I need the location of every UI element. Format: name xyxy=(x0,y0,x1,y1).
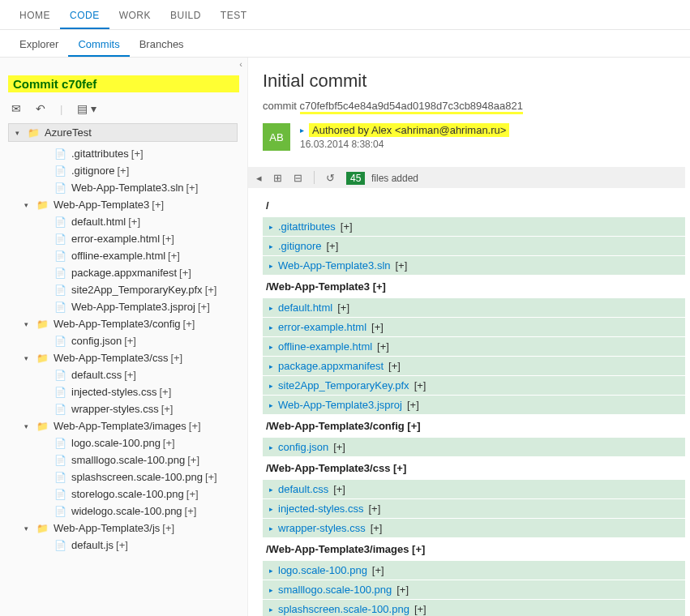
diff-file-row[interactable]: ▸Web-App-Template3.sln [+] xyxy=(263,256,685,275)
file-icon: 📄 xyxy=(54,404,66,415)
diff-file-row[interactable]: ▸injected-styles.css [+] xyxy=(263,499,685,518)
left-toolbar: ✉ ↶ | ▤ ▾ xyxy=(0,99,247,123)
commit-date: 16.03.2014 8:38:04 xyxy=(300,139,509,150)
tree-file[interactable]: ▾📄smalllogo.scale-100.png[+] xyxy=(3,451,242,468)
tree-file[interactable]: ▾📄injected-styles.css[+] xyxy=(3,383,242,400)
refresh-icon[interactable]: ↺ xyxy=(326,172,335,184)
tree-file[interactable]: ▾📄splashscreen.scale-100.png[+] xyxy=(3,468,242,486)
expand-author-icon[interactable]: ▸ xyxy=(300,126,304,135)
folder-icon: 📁 xyxy=(36,421,49,432)
commit-id: commit c70fefbf5c4e84a9d54ad0198d7c3cb89… xyxy=(263,100,685,112)
file-icon: 📄 xyxy=(54,540,66,551)
expand-file-icon[interactable]: ▸ xyxy=(269,524,273,533)
diff-file-row[interactable]: ▸logo.scale-100.png [+] xyxy=(263,561,685,580)
top-tab-test[interactable]: TEST xyxy=(211,5,257,29)
diff-file-row[interactable]: ▸default.html [+] xyxy=(263,298,685,317)
diff-file-row[interactable]: ▸splashscreen.scale-100.png [+] xyxy=(263,600,685,616)
file-icon: 📄 xyxy=(54,182,66,194)
expand-file-icon[interactable]: ▸ xyxy=(269,505,273,513)
tree-file[interactable]: ▾📄package.appxmanifest[+] xyxy=(3,264,242,281)
expand-file-icon[interactable]: ▸ xyxy=(269,362,273,370)
diff-file-list: /▸.gitattributes [+]▸.gitignore [+]▸Web-… xyxy=(263,195,685,616)
tree-file[interactable]: ▾📄default.js[+] xyxy=(3,537,242,554)
expand-file-icon[interactable]: ▸ xyxy=(269,382,273,390)
file-icon: 📄 xyxy=(54,250,66,262)
expand-file-icon[interactable]: ▸ xyxy=(269,443,273,451)
expand-file-icon[interactable]: ▸ xyxy=(269,605,273,614)
sub-tab-commits[interactable]: Commits xyxy=(68,33,129,57)
tree-file[interactable]: ▾📄widelogo.scale-100.png[+] xyxy=(3,503,242,520)
expand-all-icon[interactable]: ⊞ xyxy=(273,172,282,184)
file-icon: 📄 xyxy=(54,165,66,177)
commit-hash: c70fefbf5c4e84a9d54ad0198d7c3cb8948aa821 xyxy=(300,100,523,114)
tree-folder[interactable]: ▾📁Web-App-Template3[+] xyxy=(3,196,242,213)
top-tab-work[interactable]: WORK xyxy=(109,5,161,29)
tree-file[interactable]: ▾📄storelogo.scale-100.png[+] xyxy=(3,486,242,503)
expand-file-icon[interactable]: ▸ xyxy=(269,567,273,575)
diff-file-row[interactable]: ▸.gitignore [+] xyxy=(263,237,685,255)
tree-file[interactable]: ▾📄offline-example.html[+] xyxy=(3,247,242,264)
changeset-icon[interactable]: ↶ xyxy=(36,102,45,115)
tree-file[interactable]: ▾📄default.css[+] xyxy=(3,366,242,383)
diff-file-row[interactable]: ▸error-example.html [+] xyxy=(263,318,685,336)
tree-file[interactable]: ▾📄.gitattributes[+] xyxy=(3,145,242,162)
file-icon: 📄 xyxy=(54,472,66,483)
diff-file-row[interactable]: ▸package.appxmanifest [+] xyxy=(263,357,685,375)
file-icon: 📄 xyxy=(54,370,66,381)
tree-view[interactable]: ▾📁AzureTest▾📄.gitattributes[+]▾📄.gitigno… xyxy=(0,123,247,616)
expand-file-icon[interactable]: ▸ xyxy=(269,323,273,332)
folder-icon: 📁 xyxy=(36,319,49,330)
collapse-left-icon[interactable]: ‹ xyxy=(239,59,242,69)
file-icon: 📄 xyxy=(54,387,66,398)
tree-file[interactable]: ▾📄Web-App-Template3.sln[+] xyxy=(3,179,242,196)
tree-file[interactable]: ▾📄default.html[+] xyxy=(3,213,242,230)
tree-file[interactable]: ▾📄wrapper-styles.css[+] xyxy=(3,400,242,417)
tree-file[interactable]: ▾📄Web-App-Template3.jsproj[+] xyxy=(3,298,242,315)
avatar: AB xyxy=(263,123,290,151)
expand-file-icon[interactable]: ▸ xyxy=(269,586,273,594)
diff-file-row[interactable]: ▸site2App_TemporaryKey.pfx [+] xyxy=(263,376,685,395)
tree-file[interactable]: ▾📄config.json[+] xyxy=(3,332,242,349)
expand-file-icon[interactable]: ▸ xyxy=(269,242,273,250)
expand-file-icon[interactable]: ▸ xyxy=(269,343,273,351)
tree-folder[interactable]: ▾📁Web-App-Template3/css[+] xyxy=(3,349,242,366)
diff-group-head: /Web-App-Template3/images [+] xyxy=(263,538,685,560)
tree-folder[interactable]: ▾📁Web-App-Template3/config[+] xyxy=(3,315,242,332)
tree-file[interactable]: ▾📄site2App_TemporaryKey.pfx[+] xyxy=(3,281,242,298)
view-options-icon[interactable]: ▤ ▾ xyxy=(77,102,96,115)
mail-icon[interactable]: ✉ xyxy=(11,102,21,115)
sub-tab-branches[interactable]: Branches xyxy=(130,33,194,57)
diff-file-row[interactable]: ▸config.json [+] xyxy=(263,438,685,456)
files-count-badge: 45 xyxy=(346,172,365,185)
top-tab-code[interactable]: CODE xyxy=(60,5,109,29)
tree-file[interactable]: ▾📄logo.scale-100.png[+] xyxy=(3,434,242,451)
file-icon: 📄 xyxy=(54,302,66,313)
expand-file-icon[interactable]: ▸ xyxy=(269,262,273,270)
tree-file[interactable]: ▾📄error-example.html[+] xyxy=(3,230,242,247)
top-tab-home[interactable]: HOME xyxy=(10,5,60,29)
diff-file-row[interactable]: ▸wrapper-styles.css [+] xyxy=(263,519,685,537)
diff-group-head: /Web-App-Template3 [+] xyxy=(263,276,685,297)
tree-folder[interactable]: ▾📁Web-App-Template3/js[+] xyxy=(3,520,242,537)
file-icon: 📄 xyxy=(54,284,66,296)
sub-tab-explorer[interactable]: Explorer xyxy=(10,33,68,57)
commit-title: Initial commit xyxy=(263,71,685,92)
expand-file-icon[interactable]: ▸ xyxy=(269,304,273,312)
top-tabs: HOMECODEWORKBUILDTEST xyxy=(0,0,690,30)
sub-tabs: ExplorerCommitsBranches xyxy=(0,30,690,58)
collapse-all-icon[interactable]: ⊟ xyxy=(294,172,302,184)
diff-file-row[interactable]: ▸default.css [+] xyxy=(263,480,685,498)
tree-folder[interactable]: ▾📁Web-App-Template3/images[+] xyxy=(3,417,242,434)
details-panel: Initial commit commit c70fefbf5c4e84a9d5… xyxy=(248,58,690,616)
expand-file-icon[interactable]: ▸ xyxy=(269,486,273,494)
expand-file-icon[interactable]: ▸ xyxy=(269,401,273,409)
diff-file-row[interactable]: ▸.gitattributes [+] xyxy=(263,217,685,236)
top-tab-build[interactable]: BUILD xyxy=(161,5,211,29)
diff-file-row[interactable]: ▸offline-example.html [+] xyxy=(263,337,685,356)
tree-root[interactable]: ▾📁AzureTest xyxy=(8,123,238,142)
diff-file-row[interactable]: ▸Web-App-Template3.jsproj [+] xyxy=(263,396,685,414)
diff-file-row[interactable]: ▸smalllogo.scale-100.png [+] xyxy=(263,580,685,599)
tree-file[interactable]: ▾📄.gitignore[+] xyxy=(3,162,242,179)
caret-left-icon[interactable]: ◂ xyxy=(256,172,262,184)
expand-file-icon[interactable]: ▸ xyxy=(269,223,273,231)
